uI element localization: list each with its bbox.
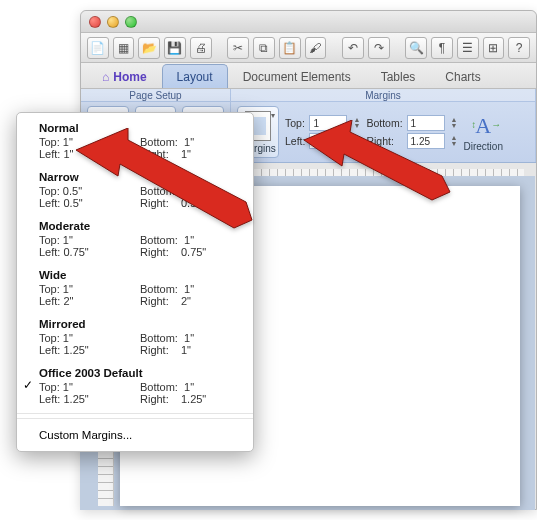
copy-icon[interactable]: ⧉ <box>253 37 275 59</box>
zoom-button[interactable] <box>125 16 137 28</box>
titlebar <box>81 11 536 33</box>
tab-layout[interactable]: Layout <box>162 64 228 88</box>
gallery-icon[interactable]: ⊞ <box>483 37 505 59</box>
save-icon[interactable]: 💾 <box>164 37 186 59</box>
new-doc-icon[interactable]: 📄 <box>87 37 109 59</box>
format-painter-icon[interactable]: 🖌 <box>305 37 327 59</box>
sidebar-icon[interactable]: ☰ <box>457 37 479 59</box>
tab-charts[interactable]: Charts <box>430 64 495 88</box>
direction-button-label[interactable]: Direction <box>464 141 503 152</box>
undo-icon[interactable]: ↶ <box>342 37 364 59</box>
quick-access-toolbar: 📄 ▦ 📂 💾 🖨 ✂ ⧉ 📋 🖌 ↶ ↷ 🔍 ¶ ☰ ⊞ ? <box>81 33 536 63</box>
zoom-fit-icon[interactable]: 🔍 <box>405 37 427 59</box>
svg-marker-1 <box>304 120 450 200</box>
open-icon[interactable]: 📂 <box>138 37 160 59</box>
option-title: Mirrored <box>39 318 241 330</box>
margins-option-wide[interactable]: WideTop: 1"Bottom: 1"Left: 2"Right: 2" <box>17 264 253 313</box>
close-button[interactable] <box>89 16 101 28</box>
redo-icon[interactable]: ↷ <box>368 37 390 59</box>
annotation-arrow-left <box>76 128 256 238</box>
group-page-setup-title: Page Setup <box>81 89 230 102</box>
margins-option-office-2003-default[interactable]: ✓Office 2003 DefaultTop: 1"Bottom: 1"Lef… <box>17 362 253 414</box>
paste-icon[interactable]: 📋 <box>279 37 301 59</box>
cut-icon[interactable]: ✂ <box>227 37 249 59</box>
check-icon: ✓ <box>23 378 33 392</box>
chevron-down-icon: ▾ <box>271 111 275 120</box>
templates-icon[interactable]: ▦ <box>113 37 135 59</box>
top-label: Top: <box>285 117 305 129</box>
group-margins-title: Margins <box>231 89 535 102</box>
svg-marker-0 <box>76 128 252 228</box>
margins-option-mirrored[interactable]: MirroredTop: 1"Bottom: 1"Left: 1.25"Righ… <box>17 313 253 362</box>
tab-document-elements[interactable]: Document Elements <box>228 64 366 88</box>
custom-margins-item[interactable]: Custom Margins... <box>17 423 253 447</box>
ribbon-tabs: ⌂ Home Layout Document Elements Tables C… <box>81 63 536 89</box>
option-title: Office 2003 Default <box>39 367 241 379</box>
annotation-arrow-right <box>304 120 454 210</box>
left-label: Left: <box>285 135 305 147</box>
option-title: Wide <box>39 269 241 281</box>
tab-home-label: Home <box>113 70 146 84</box>
direction-icon: A↕→ <box>475 113 491 139</box>
minimize-button[interactable] <box>107 16 119 28</box>
tab-tables[interactable]: Tables <box>366 64 431 88</box>
show-hide-icon[interactable]: ¶ <box>431 37 453 59</box>
tab-home[interactable]: ⌂ Home <box>87 64 162 88</box>
print-icon[interactable]: 🖨 <box>190 37 212 59</box>
home-icon: ⌂ <box>102 70 109 84</box>
help-icon[interactable]: ? <box>508 37 530 59</box>
